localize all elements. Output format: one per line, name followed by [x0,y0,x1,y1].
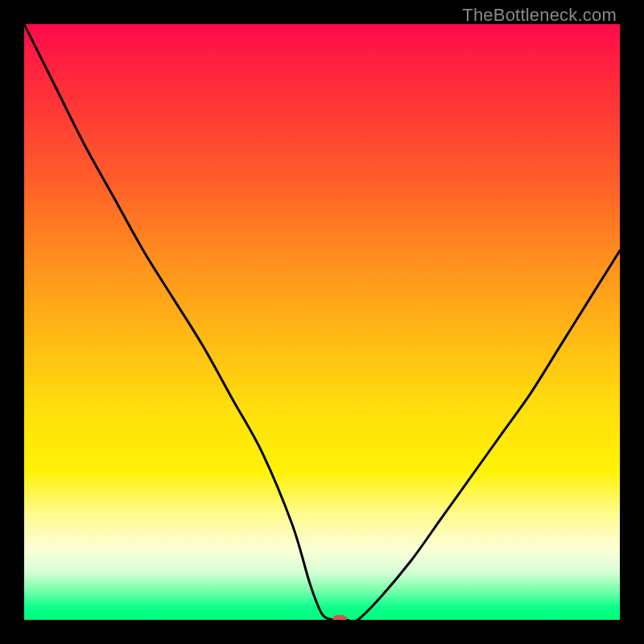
chart-plot-area [24,24,620,620]
bottleneck-curve [24,24,620,620]
optimal-point-marker [332,615,347,620]
watermark-text: TheBottleneck.com [462,5,617,26]
